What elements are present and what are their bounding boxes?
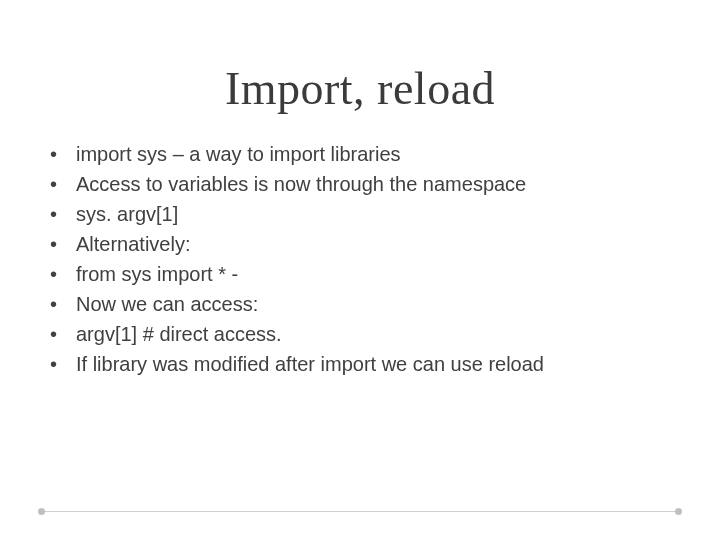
list-item: If library was modified after import we … xyxy=(40,349,680,379)
list-item: sys. argv[1] xyxy=(40,199,680,229)
list-item: Access to variables is now through the n… xyxy=(40,169,680,199)
footer-dot-right-icon xyxy=(675,508,682,515)
list-item: argv[1] # direct access. xyxy=(40,319,680,349)
list-item: import sys – a way to import libraries xyxy=(40,139,680,169)
slide: Import, reload import sys – a way to imp… xyxy=(0,0,720,540)
bullet-list: import sys – a way to import libraries A… xyxy=(40,139,680,379)
slide-content: import sys – a way to import libraries A… xyxy=(0,139,720,379)
list-item: Now we can access: xyxy=(40,289,680,319)
footer-dot-left-icon xyxy=(38,508,45,515)
slide-title: Import, reload xyxy=(0,0,720,115)
list-item: from sys import * - xyxy=(40,259,680,289)
footer-divider xyxy=(40,511,680,512)
list-item: Alternatively: xyxy=(40,229,680,259)
